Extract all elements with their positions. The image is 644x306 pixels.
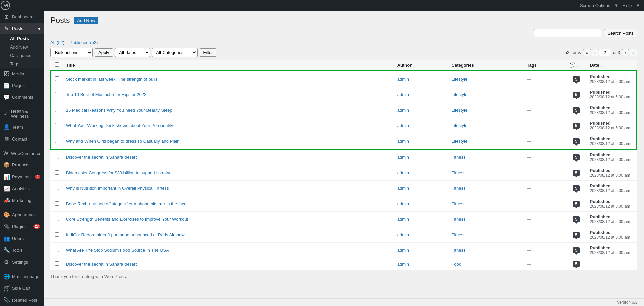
search-posts-button[interactable]: Search Posts xyxy=(604,29,637,37)
sidebar-item-settings[interactable]: ⚙ Settings xyxy=(0,256,44,268)
post-title-link[interactable]: Biden asks Congress for $33 billion to s… xyxy=(66,170,172,175)
row-checkbox[interactable] xyxy=(55,248,59,252)
all-dates-select[interactable]: All dates xyxy=(115,48,150,57)
sidebar-item-users[interactable]: 👥 Users xyxy=(0,233,44,244)
category-link[interactable]: Fitness xyxy=(452,217,466,222)
post-title-link[interactable]: Top 10 Best of Mustache for Hipster 2022 xyxy=(66,92,146,97)
select-all-checkbox[interactable] xyxy=(55,62,59,67)
category-link[interactable]: Fitness xyxy=(452,248,466,253)
sidebar-item-tools[interactable]: 🔧 Tools xyxy=(0,244,44,256)
row-checkbox[interactable] xyxy=(55,201,59,206)
post-title-link[interactable]: Core Strength Benefits and Exercises to … xyxy=(66,217,188,222)
post-title-link[interactable]: Why and When Girls began to dress so Cas… xyxy=(66,139,179,144)
comment-count-badge[interactable]: 5 xyxy=(573,216,580,222)
category-link[interactable]: Fitness xyxy=(452,201,466,206)
prev-page-button[interactable]: ‹ xyxy=(592,49,598,56)
category-link[interactable]: Food xyxy=(452,262,462,267)
sidebar-item-multilanguage[interactable]: 🌐 Multilanguage xyxy=(0,271,44,282)
author-link[interactable]: admin xyxy=(397,108,409,113)
author-link[interactable]: admin xyxy=(397,92,409,97)
next-page-button[interactable]: › xyxy=(622,49,629,56)
th-date[interactable]: Date ↓ xyxy=(586,60,637,71)
add-new-button[interactable]: Add New xyxy=(74,17,99,24)
post-title-link[interactable]: What Are The Stop Sodium Food Source In … xyxy=(66,248,169,253)
filter-button[interactable]: Filter xyxy=(200,48,217,57)
category-link[interactable]: Lifestyle xyxy=(452,76,468,82)
comment-count-badge[interactable]: 5 xyxy=(573,76,580,82)
sidebar-item-woocommerce[interactable]: W WooCommerce xyxy=(0,148,44,159)
author-link[interactable]: admin xyxy=(397,155,409,160)
sidebar-item-plugins[interactable]: 🔌 Plugins 27 xyxy=(0,221,44,233)
last-page-button[interactable]: » xyxy=(630,49,637,56)
sidebar-item-pages[interactable]: 📄 Pages xyxy=(0,80,44,91)
date-sort-icon[interactable]: ↓ xyxy=(600,64,602,67)
sidebar-item-appearance[interactable]: 🎨 Appearance xyxy=(0,209,44,221)
post-title-link[interactable]: Discover the secret in Sahara desert xyxy=(66,155,137,160)
post-title-link[interactable]: Why is Nutrition Important in Overall Ph… xyxy=(66,186,169,191)
post-title-link[interactable]: Stock market in last week: The strength … xyxy=(66,76,157,82)
comment-count-badge[interactable]: 5 xyxy=(573,138,580,144)
sidebar-item-posts[interactable]: ✎ Posts ◀ xyxy=(0,23,44,34)
sidebar-item-analytics[interactable]: 📈 Analytics xyxy=(0,183,44,194)
comment-count-badge[interactable]: 5 xyxy=(573,232,580,238)
sidebar-item-categories[interactable]: Categories xyxy=(0,51,44,60)
sidebar-item-tags[interactable]: Tags xyxy=(0,60,44,68)
sidebar-item-related-post[interactable]: 📎 Related Post xyxy=(0,294,44,306)
sidebar-item-payments[interactable]: 📊 Payments 1 xyxy=(0,171,44,183)
row-checkbox[interactable] xyxy=(55,123,59,127)
comment-count-badge[interactable]: 5 xyxy=(573,185,580,191)
category-link[interactable]: Lifestyle xyxy=(452,108,468,113)
all-categories-select[interactable]: All Categories xyxy=(152,48,198,57)
category-link[interactable]: Fitness xyxy=(452,170,466,175)
sidebar-item-products[interactable]: 📦 Products xyxy=(0,159,44,171)
row-checkbox[interactable] xyxy=(55,186,59,190)
row-checkbox[interactable] xyxy=(55,261,59,266)
category-link[interactable]: Lifestyle xyxy=(452,92,468,97)
comment-count-badge[interactable]: 5 xyxy=(573,170,580,176)
page-number-input[interactable] xyxy=(599,49,611,56)
sidebar-item-contact[interactable]: ✉ Contact xyxy=(0,133,44,145)
help-button[interactable]: Help xyxy=(622,3,632,8)
row-checkbox[interactable] xyxy=(55,76,59,81)
published-tab[interactable]: Published (52) xyxy=(70,40,98,45)
author-link[interactable]: admin xyxy=(397,262,409,267)
row-checkbox[interactable] xyxy=(55,92,59,96)
author-link[interactable]: admin xyxy=(397,201,409,206)
row-checkbox[interactable] xyxy=(55,232,59,237)
sidebar-item-team[interactable]: 👤 Team xyxy=(0,121,44,133)
th-title[interactable]: Title ↕ xyxy=(63,60,394,71)
author-link[interactable]: admin xyxy=(397,76,409,82)
comment-count-badge[interactable]: 5 xyxy=(573,123,580,129)
post-title-link[interactable]: 15 Medical Reasons Why You need Your Bea… xyxy=(66,108,172,113)
author-link[interactable]: admin xyxy=(397,232,409,237)
category-link[interactable]: Lifestyle xyxy=(452,139,468,144)
search-input[interactable] xyxy=(534,29,601,37)
post-title-link[interactable]: What Your Working Desk shows about Your … xyxy=(66,123,173,128)
row-checkbox[interactable] xyxy=(55,217,59,221)
sidebar-item-health-wellness[interactable]: ✓ Health & Wellness xyxy=(0,106,44,121)
screen-options-button[interactable]: Screen Options xyxy=(580,3,610,8)
sidebar-item-comments[interactable]: 💬 Comments xyxy=(0,91,44,103)
comment-count-badge[interactable]: 5 xyxy=(573,92,580,98)
comment-count-badge[interactable]: 5 xyxy=(573,201,580,207)
comment-count-badge[interactable]: 5 xyxy=(573,247,580,253)
sidebar-item-media[interactable]: 🖼 Media xyxy=(0,68,44,80)
comment-count-badge[interactable]: 5 xyxy=(573,261,580,267)
row-checkbox[interactable] xyxy=(55,155,59,159)
sidebar-item-side-cart[interactable]: 🛒 Side Cart xyxy=(0,282,44,294)
sidebar-item-all-posts[interactable]: All Posts xyxy=(0,34,44,43)
row-checkbox[interactable] xyxy=(55,139,59,143)
first-page-button[interactable]: « xyxy=(583,49,591,56)
row-checkbox[interactable] xyxy=(55,170,59,175)
category-link[interactable]: Lifestyle xyxy=(452,123,468,128)
row-checkbox[interactable] xyxy=(55,108,59,112)
category-link[interactable]: Fitness xyxy=(452,155,466,160)
author-link[interactable]: admin xyxy=(397,139,409,144)
sidebar-item-marketing[interactable]: 📣 Marketing xyxy=(0,194,44,206)
post-title-link[interactable]: Discover the secret in Sahara desert xyxy=(66,262,137,267)
post-title-link[interactable]: Bebe Rexha rushed off stage after a phon… xyxy=(66,201,186,206)
all-tab[interactable]: All (52) xyxy=(50,40,64,45)
category-link[interactable]: Fitness xyxy=(452,186,466,191)
comment-count-badge[interactable]: 5 xyxy=(573,107,580,113)
sidebar-item-dashboard[interactable]: ⊞ Dashboard xyxy=(0,11,44,23)
